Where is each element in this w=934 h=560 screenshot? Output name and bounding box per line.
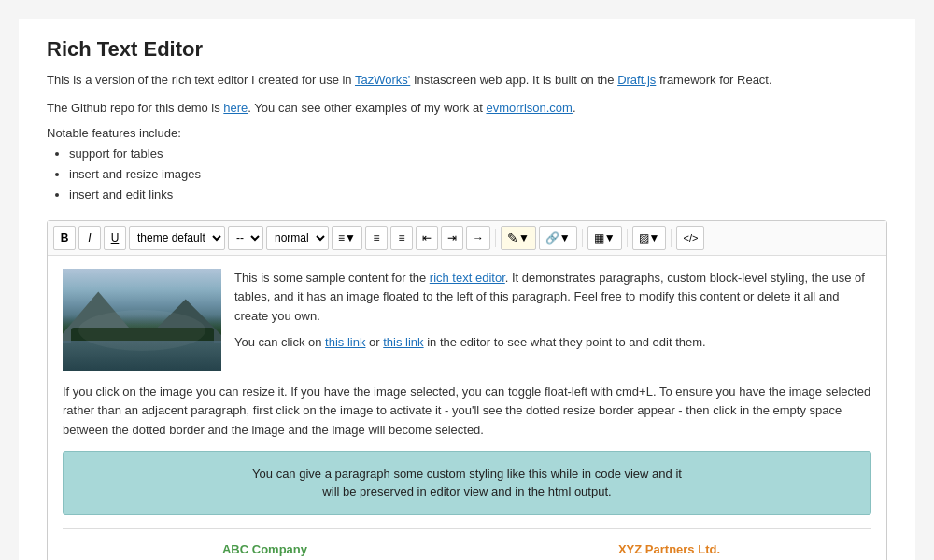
this-link-1[interactable]: this link [325, 335, 365, 349]
dash-select[interactable]: -- [228, 226, 263, 250]
code-icon: </> [683, 232, 698, 244]
toolbar-separator-2 [582, 229, 583, 247]
link-icon: 🔗 [545, 231, 559, 245]
toolbar-separator-4 [671, 229, 672, 247]
align-icon: ≡ [338, 231, 345, 245]
ordered-list-button[interactable]: ≡ [390, 226, 413, 250]
divider-1 [63, 528, 871, 529]
indent-right-button[interactable]: ⇥ [441, 226, 463, 250]
company2-name: XYZ Partners Ltd. [467, 540, 871, 560]
evmorrison-link[interactable]: evmorrison.com [486, 101, 572, 115]
trees [71, 328, 214, 343]
ordered-list-icon: ≡ [398, 231, 404, 245]
pen-icon: ✎ [507, 231, 518, 245]
editor-content-area[interactable]: This is some sample content for the rich… [48, 256, 886, 560]
water-reflection [63, 341, 221, 371]
intro-paragraph-1: This is a version of the rich text edito… [47, 71, 887, 90]
editor-container: B I U theme default -- normal ≡▼ ≡ ≡ ⇤ ⇥ [47, 220, 887, 560]
github-link[interactable]: here [223, 101, 248, 115]
landscape-image[interactable] [63, 269, 221, 371]
link-button[interactable]: 🔗▼ [539, 226, 577, 250]
intro-paragraph-2: The Github repo for this demo is here. Y… [47, 99, 887, 118]
italic-button[interactable]: I [78, 226, 101, 250]
main-paragraphs: This is some sample content for the rich… [234, 269, 871, 371]
code-button[interactable]: </> [676, 226, 704, 250]
tazworks-link[interactable]: TazWorks' [355, 73, 410, 87]
indent-left-button[interactable]: ⇤ [416, 226, 438, 250]
table-icon: ▦ [594, 231, 604, 245]
feature-item: insert and resize images [69, 164, 887, 185]
company2-col: XYZ Partners Ltd. 789 Circuit Ave. Anyto… [467, 540, 871, 560]
image-text-row: This is some sample content for the rich… [63, 269, 871, 371]
editor-toolbar: B I U theme default -- normal ≡▼ ≡ ≡ ⇤ ⇥ [48, 221, 886, 256]
paragraph-2: You can click on this link or this link … [234, 333, 871, 352]
arrow-button[interactable]: → [466, 226, 490, 250]
bold-button[interactable]: B [53, 226, 76, 250]
styled-box: You can give a paragraph some custom sty… [63, 451, 871, 515]
list-icon: ≡ [373, 231, 379, 245]
address-row: ABC Company 123 Circle Rd. Springfield, … [63, 540, 871, 560]
underline-button[interactable]: U [104, 226, 126, 250]
toolbar-separator [495, 229, 496, 247]
features-title: Notable features include: [47, 126, 887, 140]
page-title: Rich Text Editor [47, 37, 887, 62]
features-list: Notable features include: support for ta… [47, 126, 887, 205]
features-items: support for tables insert and resize ima… [47, 144, 887, 205]
feature-item: support for tables [69, 144, 887, 164]
toolbar-separator-3 [627, 229, 628, 247]
page-wrapper: Rich Text Editor This is a version of th… [19, 19, 915, 560]
feature-item: insert and edit links [69, 185, 887, 205]
image-button[interactable]: ▨▼ [632, 226, 667, 250]
image-icon: ▨ [639, 231, 649, 245]
unordered-list-button[interactable]: ≡ [365, 226, 388, 250]
style-select[interactable]: normal [266, 226, 329, 250]
company1-col: ABC Company 123 Circle Rd. Springfield, … [63, 540, 467, 560]
pen-button[interactable]: ✎▼ [501, 226, 536, 250]
rich-text-editor-link[interactable]: rich text editor [430, 271, 505, 285]
align-button[interactable]: ≡▼ [332, 226, 362, 250]
paragraph-3: If you click on the image you can resize… [63, 383, 871, 439]
draftjs-link[interactable]: Draft.js [617, 73, 656, 87]
table-button[interactable]: ▦▼ [587, 226, 622, 250]
theme-select[interactable]: theme default [129, 226, 225, 250]
paragraph-1: This is some sample content for the rich… [234, 269, 871, 325]
company1-name: ABC Company [63, 540, 467, 560]
this-link-2[interactable]: this link [383, 335, 423, 349]
